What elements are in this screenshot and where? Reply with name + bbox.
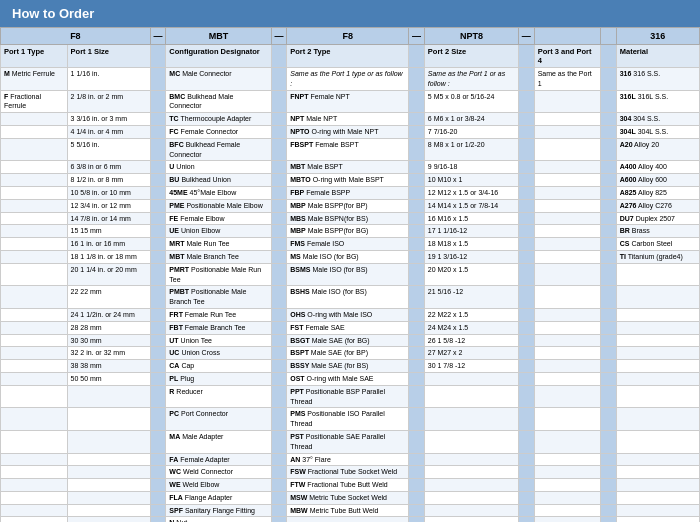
port2-size-cell: 12 M12 x 1.5 or 3/4-16	[424, 186, 518, 199]
material-cell	[616, 334, 699, 347]
table-row: WE Weld Elbow FTW Fractional Tube Butt W…	[1, 479, 700, 492]
dash-col3	[409, 372, 425, 385]
dash-col5	[601, 68, 617, 91]
material-cell: 316L 316L S.S.	[616, 90, 699, 113]
port1-type-cell	[1, 347, 68, 360]
port1-size-cell: 24 1 1/2in. or 24 mm	[67, 308, 150, 321]
port1-type-cell	[1, 199, 68, 212]
port1-type-cell	[1, 430, 68, 453]
port1-size-cell: 50 50 mm	[67, 372, 150, 385]
port1-type-cell	[1, 161, 68, 174]
subheader-dash4	[519, 45, 535, 68]
port2-type-cell: FNPT Female NPT	[287, 90, 409, 113]
dash-col2	[271, 491, 287, 504]
port2-size-cell	[424, 466, 518, 479]
dash-col2	[271, 138, 287, 161]
config-cell: UE Union Elbow	[166, 225, 271, 238]
header-empty	[534, 28, 601, 45]
dash-col3	[409, 491, 425, 504]
dash-col2	[271, 212, 287, 225]
port34-cell	[534, 321, 601, 334]
dash-col1	[150, 174, 166, 187]
config-cell: FRT Female Run Tee	[166, 308, 271, 321]
config-cell: UC Union Cross	[166, 347, 271, 360]
port1-type-cell: M Metric Ferrule	[1, 68, 68, 91]
dash-col2	[271, 360, 287, 373]
port2-type-cell: BSSY Male SAE (for BS)	[287, 360, 409, 373]
subheader-dash2	[271, 45, 287, 68]
port2-size-cell	[424, 491, 518, 504]
dash-col5	[601, 360, 617, 373]
port2-type-cell: MBW Metric Tube Butt Weld	[287, 504, 409, 517]
port2-size-cell	[424, 385, 518, 408]
port2-type-cell: FBSPT Female BSPT	[287, 138, 409, 161]
dash-col3	[409, 68, 425, 91]
port34-cell	[534, 186, 601, 199]
port2-type-cell: Same as the Port 1 type or as follow :	[287, 68, 409, 91]
dash-col2	[271, 430, 287, 453]
material-cell	[616, 286, 699, 309]
dash-col3	[409, 360, 425, 373]
dash-col5	[601, 385, 617, 408]
dash-col5	[601, 308, 617, 321]
config-cell: 45ME 45°Male Elbow	[166, 186, 271, 199]
port1-type-cell	[1, 113, 68, 126]
port2-type-cell	[287, 517, 409, 522]
material-cell	[616, 372, 699, 385]
dash-col1	[150, 308, 166, 321]
dash-col1	[150, 138, 166, 161]
table-row: 30 30 mm UT Union Tee BSGT Male SAE (for…	[1, 334, 700, 347]
config-cell: UT Union Tee	[166, 334, 271, 347]
dash-col3	[409, 238, 425, 251]
port1-size-cell: 12 3/4 in. or 12 mm	[67, 199, 150, 212]
port2-type-cell: OHS O-ring with Male ISO	[287, 308, 409, 321]
dash-col1	[150, 68, 166, 91]
dash-col5	[601, 321, 617, 334]
table-row: MA Male Adapter PST Positionable SAE Par…	[1, 430, 700, 453]
port1-type-cell	[1, 360, 68, 373]
port1-type-cell	[1, 125, 68, 138]
dash-col5	[601, 125, 617, 138]
port2-size-cell	[424, 504, 518, 517]
dash-col2	[271, 308, 287, 321]
dash-col1	[150, 263, 166, 286]
subheader-port1size: Port 1 Size	[67, 45, 150, 68]
config-cell: MRT Male Run Tee	[166, 238, 271, 251]
port34-cell	[534, 250, 601, 263]
port34-cell	[534, 479, 601, 492]
config-cell: FA Female Adapter	[166, 453, 271, 466]
port1-size-cell: 10 5/8 in. or 10 mm	[67, 186, 150, 199]
table-row: 15 15 mm UE Union Elbow MBP Male BSPP(fo…	[1, 225, 700, 238]
dash-col2	[271, 286, 287, 309]
material-cell: A400 Alloy 400	[616, 161, 699, 174]
port2-type-cell: BSPT Male SAE (for BP)	[287, 347, 409, 360]
dash-col2	[271, 466, 287, 479]
table-row: 6 3/8 in or 6 mm U Union MBT Male BSPT 9…	[1, 161, 700, 174]
material-cell: A20 Alloy 20	[616, 138, 699, 161]
table-row: 16 1 in. or 16 mm MRT Male Run Tee FMS F…	[1, 238, 700, 251]
table-row: R Reducer PPT Positionable BSP Parallel …	[1, 385, 700, 408]
port34-cell	[534, 347, 601, 360]
column-header-row: F8 — MBT — F8 — NPT8 — 316	[1, 28, 700, 45]
port2-size-cell: 6 M6 x 1 or 3/8-24	[424, 113, 518, 126]
port34-cell	[534, 125, 601, 138]
dash-col5	[601, 90, 617, 113]
dash-col2	[271, 372, 287, 385]
dash-col1	[150, 238, 166, 251]
port2-size-cell	[424, 517, 518, 522]
dash-col1	[150, 90, 166, 113]
dash-col3	[409, 250, 425, 263]
dash-col3	[409, 90, 425, 113]
config-cell: FC Female Connector	[166, 125, 271, 138]
port2-type-cell: NPT Male NPT	[287, 113, 409, 126]
port34-cell	[534, 174, 601, 187]
port1-type-cell: F Fractional Ferrule	[1, 90, 68, 113]
port1-size-cell	[67, 517, 150, 522]
dash-col2	[271, 504, 287, 517]
port34-cell	[534, 90, 601, 113]
material-cell	[616, 466, 699, 479]
dash-col2	[271, 90, 287, 113]
dash-col4	[519, 479, 535, 492]
material-cell	[616, 347, 699, 360]
subheader-dash5	[601, 45, 617, 68]
